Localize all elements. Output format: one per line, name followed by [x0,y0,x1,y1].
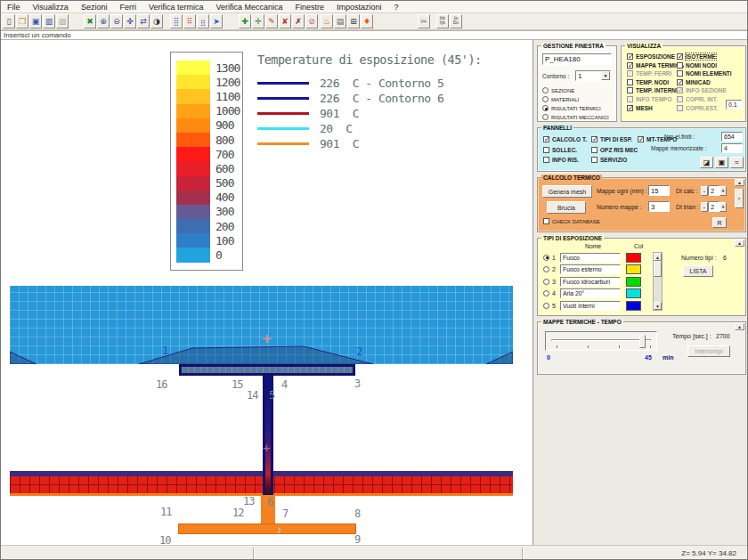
pannelli-checkbox[interactable]: SOLLEC. [543,147,587,153]
mappe-ogni-input[interactable]: 15 [648,185,670,196]
menu-item[interactable]: Verifica termica [142,1,210,13]
menu-item[interactable]: Visualizza [27,1,75,13]
thermometer-icon[interactable]: ♨ [321,14,333,28]
esposizione-name[interactable]: Fuoco idrocarburi [560,277,621,287]
pan-icon[interactable]: ✜ [124,14,136,28]
expand-left-button[interactable]: < [735,189,744,208]
scroll-down-icon[interactable]: ▼ [654,302,662,310]
esposizione-row[interactable]: 1 Fuoco [543,252,641,264]
mesh-view-icon[interactable]: ⣿ [170,14,183,28]
save-all-icon[interactable]: ▥ [43,14,55,28]
collapse-icon[interactable] [735,323,744,330]
snapshot-icon[interactable]: ▣ [715,157,728,168]
visualizza-checkbox[interactable]: NOMI ELEMENTI [677,70,732,77]
flame-icon[interactable]: ♦ [361,14,373,28]
pannelli-checkbox[interactable]: INFO RIS. [543,157,587,163]
plus-icon[interactable]: + [720,186,727,196]
visualizza-checkbox[interactable]: ESPOSIZIONE [627,53,684,60]
collapse-icon[interactable] [735,239,744,247]
visualizza-checkbox[interactable]: MINICAD [677,79,732,85]
esposizione-row[interactable]: 3 Fuoco idrocarburi [543,276,641,288]
lambda-button[interactable]: λc Du [450,14,462,28]
shade-icon[interactable]: ◑ [150,14,163,28]
dt-calc-value[interactable]: 2 [708,185,720,196]
refresh-icon[interactable]: ⇄ [137,14,150,28]
visualizza-checkbox[interactable]: TEMP. NODI [627,79,684,85]
menu-item[interactable]: Impostazioni [330,1,388,13]
esposizione-scrollbar[interactable]: ▲ ▼ [653,252,663,311]
drawing-canvas[interactable]: 1300 1200 1100 1000 [1,40,533,545]
minus-icon[interactable]: - [701,202,708,212]
esposizione-row[interactable]: 5 Vuoti interni [543,300,641,312]
menu-item[interactable]: ? [388,1,405,13]
visualizza-checkbox[interactable]: ISOTERME [677,53,732,60]
add-node-icon[interactable]: ✚ [239,14,251,28]
scroll-thumb[interactable] [654,261,662,277]
no-entry-icon[interactable]: ⊘ [305,14,318,28]
visualizza-checkbox[interactable]: COPRI. INT. [677,96,732,102]
open-folder-icon[interactable]: ❒ [16,14,28,28]
view-mode-radio[interactable]: RISULTATI TERMICI [542,105,609,111]
add-element-icon[interactable]: ✛ [252,14,264,28]
new-file-icon[interactable]: ▯ [3,14,15,28]
move-node-icon[interactable]: ✘ [279,14,291,28]
menu-item[interactable]: Verifica Meccanica [209,1,289,13]
esposizione-name[interactable]: Aria 20° [560,288,621,298]
visualizza-checkbox[interactable]: INFO SEZIONE [677,87,732,93]
delete-node-icon[interactable]: ✗ [292,14,305,28]
chart-icon[interactable]: ≈ [730,157,744,168]
command-input[interactable]: Inserisci un comando [1,30,748,40]
check-database-checkbox[interactable]: CHECK DATABASE [543,218,600,224]
view-mode-radio[interactable]: SEZIONE [542,87,609,93]
genera-mesh-button[interactable]: Genera mesh [542,185,592,198]
report-icon[interactable]: ▤ [334,14,346,28]
menu-item[interactable]: File [1,1,27,13]
contorno-select[interactable]: 1 ▼ [575,70,611,81]
visualizza-checkbox[interactable]: INFO TEMPO [627,96,684,102]
copri-int-input[interactable]: 0.1 [726,100,742,110]
dt-trian-stepper[interactable]: - 2 + [701,201,727,212]
visualizza-checkbox[interactable]: NOMI NODI [677,62,732,69]
fck-fyk-button[interactable]: fck fyk [436,14,449,28]
esposizione-name[interactable]: Vuoti interni [560,301,621,311]
menu-item[interactable]: Finestre [289,1,330,13]
chevron-down-icon[interactable]: ▼ [601,71,610,80]
visualizza-checkbox[interactable]: COPRI.EST. [677,105,732,111]
esposizione-row[interactable]: 2 Fuoco esterno [543,264,641,276]
visualizza-checkbox[interactable]: MESH [627,105,684,111]
zoom-out-icon[interactable]: ⊖ [110,14,123,28]
menu-item[interactable]: Ferri [113,1,142,13]
window-name-input[interactable]: P_HEA180 [542,53,612,65]
pannelli-checkbox[interactable]: SERVIZIO [591,157,638,163]
esposizione-name[interactable]: Fuoco esterno [560,264,621,274]
collapse-icon[interactable] [735,179,744,186]
visualizza-checkbox[interactable]: TEMP. FERRI [627,70,684,77]
edit-node-icon[interactable]: ✎ [265,14,278,28]
pannelli-checkbox[interactable]: CALCOLO T. [543,136,587,142]
brucia-button[interactable]: Brucia [547,201,586,214]
dt-trian-value[interactable]: 2 [708,201,720,212]
esposizione-name[interactable]: Fuoco [560,253,621,263]
esposizione-row[interactable]: 4 Aria 20° [543,288,641,300]
edit-doc-icon[interactable]: ▨ [56,14,69,28]
slider-handle[interactable] [639,335,646,348]
visualizza-checkbox[interactable]: TEMP. INTERNE [627,87,684,93]
view-mode-radio[interactable]: MATERIALI [542,96,609,102]
minus-icon[interactable]: - [701,186,708,196]
r-button[interactable]: R [712,217,727,228]
node-temps-icon[interactable]: ⠿ [183,14,196,28]
menu-item[interactable]: Sezioni [75,1,114,13]
dt-calc-stepper[interactable]: - 2 + [701,185,727,196]
cut-icon[interactable]: ✂ [418,14,430,28]
pannelli-checkbox[interactable]: OPZ RIS MEC [591,147,638,153]
lista-button[interactable]: LISTA [683,265,713,277]
table-icon[interactable]: ⊞ [347,14,360,28]
interrompi-button[interactable]: Interrompi [687,345,730,357]
view-mode-radio[interactable]: RISULTATI MECCANICI [542,114,609,120]
tempo-slider[interactable] [545,331,657,351]
scroll-up-icon[interactable]: ▲ [654,253,662,261]
visualizza-checkbox[interactable]: MAPPA TERMICA [627,62,684,69]
mesh-flip-icon[interactable]: ➤ [210,14,223,28]
zoom-extents-icon[interactable]: ✖ [84,14,96,28]
numero-mappe-input[interactable]: 3 [648,201,670,212]
